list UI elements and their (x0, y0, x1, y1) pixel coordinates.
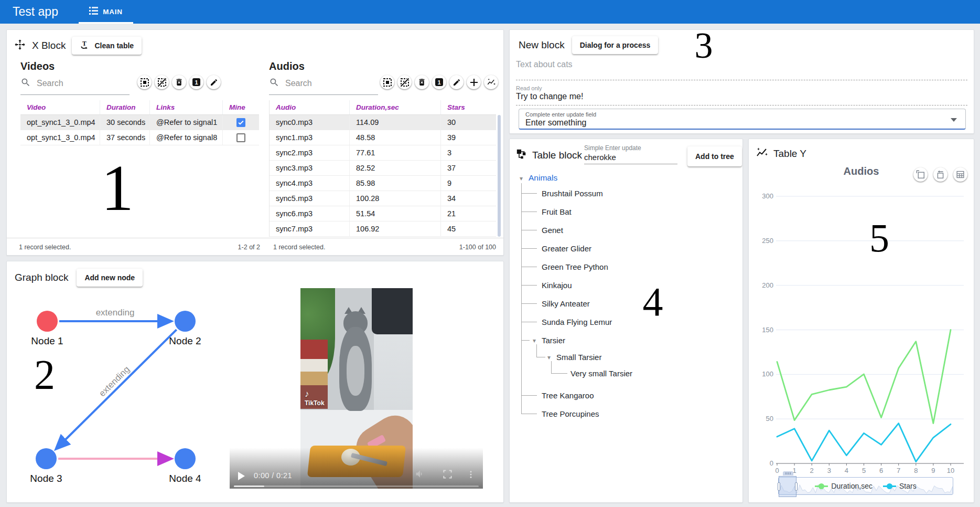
column-header-links[interactable]: Links (150, 100, 223, 114)
node-3[interactable] (36, 448, 57, 469)
audios-table-row[interactable]: sync7.mp3106.9245 (270, 221, 496, 237)
video-progress-bar[interactable] (234, 485, 479, 488)
tree-item-genet[interactable]: Genet (542, 226, 563, 235)
new-block-panel: New block Dialog for a process 3 Text ab… (509, 29, 974, 134)
edit-icon[interactable] (207, 75, 221, 89)
mine-checkbox-unchecked[interactable] (236, 133, 245, 142)
filter-one-icon[interactable]: 1 (432, 75, 446, 89)
cats-text-field[interactable]: Text about cats (516, 60, 573, 69)
edit-icon[interactable] (449, 75, 464, 89)
tree-item-greater-glider[interactable]: Greater Glider (542, 244, 591, 253)
audios-table-row[interactable]: sync2.mp377.613 (270, 145, 496, 161)
tree-item-small-tarsier[interactable]: Small Tarsier (556, 353, 601, 362)
dialog-for-process-label: Dialog for a process (580, 41, 651, 49)
datazoom-slider[interactable]: Duration,secStars (778, 477, 953, 495)
add-icon[interactable] (467, 75, 481, 89)
legend-item-duration-sec[interactable]: Duration,sec (815, 482, 873, 490)
audios-search-input[interactable] (285, 79, 369, 88)
clean-table-button[interactable]: T Clean table (72, 37, 142, 55)
table-cell: opt_sync1_3_0.mp4 (20, 115, 100, 130)
audios-table-row[interactable]: sync3.mp382.5237 (270, 161, 496, 176)
audios-scrollbar[interactable] (498, 115, 501, 237)
videos-table-row[interactable]: opt_sync1_3_0.mp430 seconds@Refer to sig… (20, 115, 259, 130)
column-header-video[interactable]: Video (20, 100, 100, 114)
tree-connector (536, 344, 537, 357)
table-cell: @Refer to signal1 (150, 115, 223, 130)
column-header-mine[interactable]: Mine (223, 100, 259, 114)
top-app-bar: Test app MAIN (0, 0, 980, 24)
graph-edge[interactable] (56, 330, 176, 449)
tree-item-tarsier[interactable]: Tarsier (542, 336, 565, 345)
tree-item-tree-porcupines[interactable]: Tree Porcupines (542, 409, 599, 418)
mine-checkbox-checked[interactable] (236, 118, 245, 127)
audios-table-row[interactable]: sync6.mp351.5421 (270, 206, 496, 221)
tree-collapse-icon[interactable]: ▾ (533, 337, 536, 344)
tab-main[interactable]: MAIN (79, 0, 133, 24)
tree-item-sunda-flying-lemur[interactable]: Sunda Flying Lemur (542, 318, 612, 326)
legend-marker (815, 483, 828, 489)
fullscreen-icon[interactable] (443, 469, 453, 481)
tree-collapse-icon[interactable]: ▾ (520, 175, 523, 182)
dialog-for-process-button[interactable]: Dialog for a process (572, 36, 659, 54)
legend-item-stars[interactable]: Stars (883, 482, 917, 490)
filter-one-glyph: 1 (192, 78, 200, 86)
tree-item-fruit-bat[interactable]: Fruit Bat (542, 207, 572, 216)
x-tick-label: 10 (947, 467, 954, 474)
table-cell: sync3.mp3 (270, 161, 350, 175)
tree-connector (521, 212, 537, 212)
column-header-stars[interactable]: Stars (441, 100, 497, 114)
tree-item-very-small-tarsier[interactable]: Very small Tarsier (570, 369, 632, 378)
deselect-all-icon[interactable] (397, 75, 412, 89)
auto-fix-icon[interactable] (484, 75, 498, 89)
drag-move-icon[interactable] (14, 39, 26, 52)
column-header-audio[interactable]: Audio (270, 100, 350, 114)
node-1[interactable] (37, 311, 58, 332)
tree-connector (521, 395, 537, 396)
videos-search-input[interactable] (37, 79, 121, 88)
readonly-field-value[interactable]: Try to change me! (516, 92, 583, 101)
select-all-icon[interactable] (380, 75, 394, 89)
tree-item-animals[interactable]: Animals (529, 173, 557, 183)
delete-forever-icon[interactable] (172, 75, 186, 89)
tree-collapse-icon[interactable]: ▾ (547, 354, 551, 361)
add-new-node-button[interactable]: Add new node (77, 269, 143, 287)
readonly-field-label: Read only (516, 85, 542, 91)
tree-item-silky-anteater[interactable]: Silky Anteater (542, 299, 590, 308)
edge-label: extending (97, 364, 132, 398)
tree-item-brushtail-possum[interactable]: Brushtail Possum (542, 189, 603, 198)
table-cell: sync0.mp3 (270, 115, 350, 130)
tree-item-green-tree-python[interactable]: Green Tree Python (542, 262, 608, 271)
play-icon[interactable] (238, 472, 245, 480)
legend-label: Stars (899, 482, 917, 490)
y-tick-label: 0 (770, 459, 773, 467)
video-cat (347, 346, 364, 396)
tree-item-kinkajou[interactable]: Kinkajou (542, 281, 572, 290)
audios-table-row[interactable]: sync1.mp348.5839 (270, 130, 496, 145)
node-2[interactable] (175, 311, 196, 332)
app-title: Test app (13, 5, 58, 19)
node-4[interactable] (175, 448, 196, 469)
tree-connector (521, 414, 537, 414)
deselect-all-icon[interactable] (155, 75, 169, 89)
audios-table-row[interactable]: sync0.mp3114.0930 (270, 115, 496, 130)
audios-table-row[interactable]: sync4.mp385.989 (270, 176, 496, 191)
videos-table-row[interactable]: opt_sync1_3_0.mp437 seconds@Refer to sig… (20, 130, 259, 145)
column-header-duration[interactable]: Duration (100, 100, 150, 114)
volume-muted-icon[interactable] (415, 469, 425, 481)
audios-table-row[interactable]: sync5.mp3100.2834 (270, 191, 496, 206)
filter-one-icon[interactable]: 1 (189, 75, 203, 89)
select-all-icon[interactable] (137, 75, 152, 89)
table-cell: sync1.mp3 (270, 130, 350, 145)
tree-item-tree-kangaroo[interactable]: Tree Kangaroo (542, 391, 594, 400)
table-cell: 114.09 (350, 115, 441, 130)
datazoom-drag-tab[interactable] (783, 471, 793, 476)
delete-forever-icon[interactable] (415, 75, 429, 89)
videos-search-field[interactable] (20, 77, 130, 95)
complete-enter-update-select[interactable]: Complete enter update field Enter someth… (519, 109, 966, 130)
x-tick-label: 7 (897, 467, 900, 474)
column-header-duration-sec[interactable]: Duration,sec (350, 100, 441, 114)
tree-connector (521, 230, 537, 230)
audios-search-field[interactable] (269, 77, 378, 95)
node-graph[interactable]: extendingextendingNode 1Node 2Node 3Node… (7, 293, 240, 503)
more-vertical-icon[interactable] (466, 469, 476, 482)
